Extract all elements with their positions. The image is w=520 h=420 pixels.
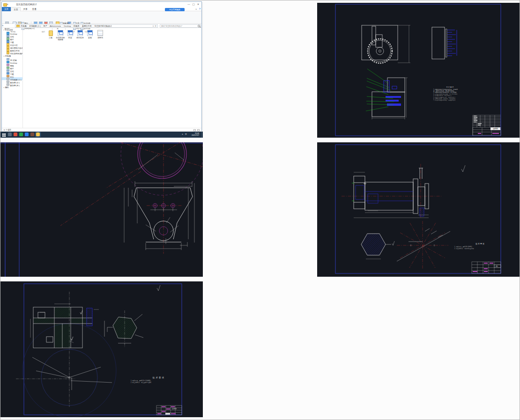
taskbar-app-icon[interactable]: [30, 133, 34, 136]
breadcrumb-segment[interactable]: 用户: [41, 25, 47, 27]
ribbon-tab[interactable]: 文件: [2, 7, 11, 11]
ribbon-tab[interactable]: 查看: [30, 7, 39, 11]
status-bar: 6 个项目: [2, 128, 201, 132]
quick-access-toolbar-caret[interactable]: ▾: [7, 3, 8, 6]
taskbar-app-icon[interactable]: [8, 133, 12, 136]
search-box[interactable]: [160, 24, 201, 28]
help-icon[interactable]: ?: [199, 8, 201, 10]
ribbon-tab[interactable]: 主页: [11, 7, 21, 11]
drive-icon: [7, 83, 9, 86]
disc-drawing-panel: 凸轮盘 技术要求 1. 调质处理，硬度220~250HBS；2. 未注倒角C2，…: [0, 281, 203, 417]
search-icon: [198, 25, 200, 27]
ribbon: 固定到快速访问 复制 粘贴 移动到 复制到: [2, 11, 201, 24]
file-explorer-window: ▾ 花生脱壳机结构设计 —▢✕ 文件主页共享查看 登录百度网盘 ∨ ?: [1, 1, 202, 131]
folder-icon: [16, 25, 20, 28]
tray-icon[interactable]: 中: [185, 133, 187, 135]
breadcrumb-segment[interactable]: Administrator: [47, 25, 61, 27]
drive-icon: [7, 64, 9, 66]
file-icon: [49, 30, 53, 36]
drive-icon: [7, 69, 9, 72]
breadcrumb-segment[interactable]: 本地磁盘 (C:): [27, 25, 41, 27]
assembly-drawing-panel: 技术要求 1. 装配前所有零件用煤油清洗干净，不得有毛刺、铁屑及其他杂质，配合面…: [317, 3, 520, 138]
tray-icon[interactable]: ∧: [182, 133, 183, 135]
note-line: 7. 外露加工表面涂防锈油，外表面涂灰漆。: [433, 100, 467, 101]
disc-drawing-graphics: [0, 281, 203, 417]
chevron-down-icon[interactable]: ∨: [3, 55, 5, 57]
window-title: 花生脱壳机结构设计: [16, 3, 37, 6]
breadcrumb[interactable]: 此电脑本地磁盘 (C:)用户AdministratorDesktop机械类新建文…: [15, 24, 158, 28]
folder-icon: [7, 43, 9, 46]
explorer-app-icon: [3, 3, 7, 7]
baidu-netdisk-badge[interactable]: 登录百度网盘: [165, 8, 185, 11]
shaft-drawing-panel: 45 技术要求 1. 调质处理，硬度28~32HRC；2. 未注倒角C2，锐边倒…: [317, 142, 520, 277]
explorer-screenshot: ▾ 花生脱壳机结构设计 —▢✕ 文件主页共享查看 登录百度网盘 ∨ ?: [0, 0, 203, 138]
folder-icon: [7, 49, 9, 52]
file-name: 三维: [46, 37, 55, 39]
breadcrumb-segment[interactable]: 此电脑: [21, 25, 27, 27]
bracket-drawing-panel: [0, 142, 203, 277]
bracket-drawing-graphics: [0, 142, 203, 277]
shaft-drawing-graphics: [317, 142, 520, 277]
file-item[interactable]: 脱壳装置: [75, 30, 85, 39]
thumbnail-view-icon[interactable]: [197, 129, 200, 131]
file-icon: [87, 30, 93, 36]
show-desktop-button[interactable]: [201, 132, 203, 138]
folder-icon: [7, 46, 9, 49]
clock-date: 2021/7/27: [192, 134, 199, 137]
file-item[interactable]: 三维: [46, 30, 55, 39]
file-item[interactable]: 曲轴: [85, 30, 95, 39]
navigation-pane: ∨快速访问 Desktop文档图片下载毕业论文成品图纸大全40新建文件夹花生脱壳…: [2, 28, 23, 128]
list-view-icon[interactable]: [193, 129, 196, 131]
start-button[interactable]: [2, 133, 4, 135]
nav-arrow-icon[interactable]: ↑: [2, 24, 3, 27]
taskbar-app-icon[interactable]: [36, 133, 40, 136]
screenshot-canvas: ▾ 花生脱壳机结构设计 —▢✕ 文件主页共享查看 登录百度网盘 ∨ ?: [0, 0, 520, 420]
file-icon: [67, 30, 73, 36]
sidebar-section-quick-access[interactable]: ∨快速访问: [2, 28, 22, 31]
system-tray: ∧中: [180, 133, 187, 135]
notes-title: 技术要求: [433, 86, 467, 88]
file-name: 说明书: [96, 37, 105, 39]
file-name: 机架: [66, 37, 75, 39]
breadcrumb-segment[interactable]: Desktop: [61, 25, 71, 27]
window-control-button[interactable]: ▢: [191, 2, 196, 7]
folder-icon: [7, 37, 9, 40]
file-list: 三维 花生脱壳机 装配图 机架 脱壳装置 曲轴: [23, 28, 202, 128]
title-bar: ▾ 花生脱壳机结构设计 —▢✕: [2, 2, 201, 7]
taskbar-app-icon[interactable]: [19, 133, 23, 136]
search-input[interactable]: [160, 25, 198, 27]
chevron-down-icon[interactable]: ∨: [3, 29, 5, 31]
taskbar-clock[interactable]: 15:06 2021/7/27: [192, 133, 199, 137]
taskbar: ∧中 15:06 2021/7/27: [0, 132, 203, 138]
drive-icon: [7, 75, 9, 78]
drive-icon: [7, 58, 9, 61]
note-line: 2. 未注倒角C2，锐边倒钝去毛刺。: [454, 248, 506, 250]
chevron-icon[interactable]: ∨: [3, 87, 5, 88]
folder-icon: [7, 40, 9, 43]
drawing-name-box: 装配图: [490, 127, 500, 130]
material-label: 45: [496, 265, 498, 267]
breadcrumb-segment[interactable]: 机械类: [71, 25, 80, 27]
drive-icon: [7, 78, 9, 81]
folder-icon: [7, 32, 9, 35]
breadcrumb-tool-icon[interactable]: ∨: [152, 25, 154, 27]
ribbon-tab[interactable]: 共享: [21, 7, 30, 11]
technical-notes: 技术要求 1. 调质处理，硬度28~32HRC；2. 未注倒角C2，锐边倒钝去毛…: [454, 243, 506, 250]
file-item[interactable]: 机架: [66, 30, 75, 39]
window-control-button[interactable]: ✕: [196, 2, 201, 7]
technical-notes: 技术要求 1. 调质处理，硬度220~250HBS；2. 未注倒角C2，未注圆角…: [131, 376, 187, 383]
file-item[interactable]: 说明书: [96, 30, 105, 39]
notes-title: 技术要求: [131, 376, 187, 379]
file-name: 曲轴: [85, 37, 95, 39]
taskbar-app-icon[interactable]: [25, 133, 29, 136]
file-item[interactable]: 花生脱壳机 装配图: [56, 30, 65, 41]
breadcrumb-segment[interactable]: 新建文件夹: [79, 25, 91, 27]
note-line: 2. 未注倒角C2，未注圆角半径R2。: [131, 382, 187, 383]
notes-title: 技术要求: [454, 243, 506, 245]
drawing-name-label: 凸轮盘: [172, 408, 177, 410]
minimize-ribbon-icon[interactable]: ∨: [195, 8, 197, 10]
taskbar-app-icon[interactable]: [14, 133, 17, 136]
breadcrumb-tool-icon[interactable]: ⟳: [155, 25, 156, 27]
breadcrumb-segment[interactable]: 花生脱壳机结构设计: [92, 25, 112, 27]
window-control-button[interactable]: —: [186, 2, 191, 7]
